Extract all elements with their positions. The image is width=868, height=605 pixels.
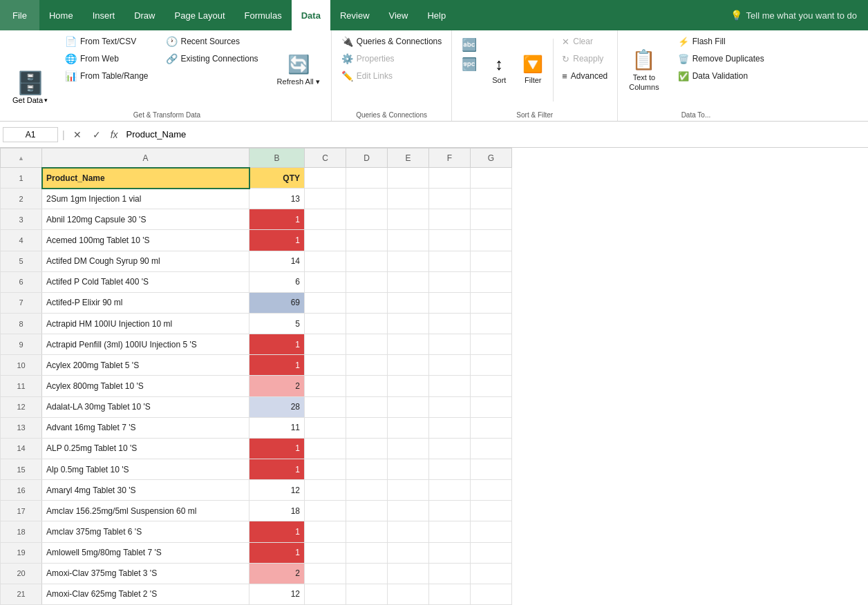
column-header-b[interactable]: B — [249, 148, 305, 168]
remove-duplicates-button[interactable]: 🗑️ Remove Duplicates — [674, 50, 768, 67]
menu-view[interactable]: View — [379, 0, 418, 30]
cell-b[interactable]: 13 — [249, 189, 305, 209]
cell-c[interactable] — [305, 438, 346, 459]
cell-a[interactable]: 2Sum 1gm Injection 1 vial — [42, 189, 249, 209]
cell-d[interactable] — [346, 396, 388, 417]
cell-c[interactable] — [305, 376, 346, 396]
cell-c[interactable] — [305, 501, 346, 521]
cell-e[interactable] — [388, 355, 429, 376]
cell-d[interactable] — [346, 271, 388, 292]
cell-reference-box[interactable] — [3, 127, 58, 142]
cell-c[interactable] — [305, 230, 346, 251]
cell-g[interactable] — [471, 355, 512, 376]
cell-c[interactable] — [305, 355, 346, 376]
cell-d[interactable] — [346, 563, 388, 584]
table-row[interactable]: 18Amclav 375mg Tablet 6 'S1 — [1, 521, 512, 542]
cell-a[interactable]: Amaryl 4mg Tablet 30 'S — [42, 480, 249, 501]
cell-f[interactable] — [429, 168, 471, 189]
cell-c[interactable] — [305, 563, 346, 584]
cell-g[interactable] — [471, 313, 512, 334]
cell-e[interactable] — [388, 417, 429, 438]
cell-c[interactable] — [305, 480, 346, 501]
menu-help[interactable]: Help — [417, 0, 455, 30]
cell-f[interactable] — [429, 189, 471, 209]
cell-b[interactable]: 28 — [249, 396, 305, 417]
cell-b[interactable]: 12 — [249, 480, 305, 501]
column-header-c[interactable]: C — [305, 148, 346, 168]
column-header-f[interactable]: F — [429, 148, 471, 168]
cell-c[interactable] — [305, 521, 346, 542]
cell-e[interactable] — [388, 501, 429, 521]
table-row[interactable]: 4Acemed 100mg Tablet 10 'S1 — [1, 230, 512, 251]
cell-d[interactable] — [346, 542, 388, 563]
cell-d[interactable] — [346, 209, 388, 230]
cell-a[interactable]: Actifed P Cold Tablet 400 'S — [42, 271, 249, 292]
cell-d[interactable] — [346, 230, 388, 251]
table-row[interactable]: 5Actifed DM Cough Syrup 90 ml14 — [1, 251, 512, 271]
flash-fill-button[interactable]: ⚡ Flash Fill — [674, 33, 768, 50]
cell-g[interactable] — [471, 459, 512, 479]
cell-e[interactable] — [388, 584, 429, 604]
cell-c[interactable] — [305, 584, 346, 604]
cell-a[interactable]: Abnil 120mg Capsule 30 'S — [42, 209, 249, 230]
cell-a[interactable]: Adalat-LA 30mg Tablet 10 'S — [42, 396, 249, 417]
menu-draw[interactable]: Draw — [124, 0, 164, 30]
sort-za-button[interactable]: 🔤 — [457, 55, 481, 73]
cell-g[interactable] — [471, 563, 512, 584]
cell-f[interactable] — [429, 438, 471, 459]
cell-g[interactable] — [471, 334, 512, 355]
cell-d[interactable] — [346, 438, 388, 459]
cell-g[interactable] — [471, 501, 512, 521]
table-row[interactable]: 12Adalat-LA 30mg Tablet 10 'S28 — [1, 396, 512, 417]
cell-d[interactable] — [346, 501, 388, 521]
cell-f[interactable] — [429, 563, 471, 584]
cell-g[interactable] — [471, 168, 512, 189]
table-row[interactable]: 10Acylex 200mg Tablet 5 'S1 — [1, 355, 512, 376]
table-row[interactable]: 1Product_NameQTY — [1, 168, 512, 189]
cell-b[interactable]: 6 — [249, 271, 305, 292]
cell-g[interactable] — [471, 189, 512, 209]
cell-g[interactable] — [471, 480, 512, 501]
cell-b[interactable]: 11 — [249, 417, 305, 438]
sort-az-button[interactable]: 🔤 — [457, 36, 481, 54]
filter-button[interactable]: 🔽 Filter — [517, 33, 549, 107]
cell-f[interactable] — [429, 334, 471, 355]
cell-c[interactable] — [305, 313, 346, 334]
cell-g[interactable] — [471, 271, 512, 292]
cell-c[interactable] — [305, 459, 346, 479]
cell-g[interactable] — [471, 438, 512, 459]
cell-f[interactable] — [429, 521, 471, 542]
cell-e[interactable] — [388, 480, 429, 501]
cell-f[interactable] — [429, 251, 471, 271]
table-row[interactable]: 19Amlowell 5mg/80mg Tablet 7 'S1 — [1, 542, 512, 563]
menu-page-layout[interactable]: Page Layout — [165, 0, 235, 30]
table-row[interactable]: 6Actifed P Cold Tablet 400 'S6 — [1, 271, 512, 292]
cell-c[interactable] — [305, 189, 346, 209]
column-header-d[interactable]: D — [346, 148, 388, 168]
confirm-formula-button[interactable]: ✓ — [88, 127, 105, 142]
cell-a[interactable]: Actifed-P Elixir 90 ml — [42, 292, 249, 313]
cell-f[interactable] — [429, 542, 471, 563]
cell-e[interactable] — [388, 230, 429, 251]
from-web-button[interactable]: 🌐 From Web — [61, 50, 153, 67]
formula-input[interactable] — [124, 129, 865, 140]
queries-connections-button[interactable]: 🔌 Queries & Connections — [337, 33, 446, 50]
menu-insert[interactable]: Insert — [83, 0, 125, 30]
cell-d[interactable] — [346, 168, 388, 189]
cell-e[interactable] — [388, 334, 429, 355]
cell-b[interactable]: 1 — [249, 521, 305, 542]
cell-g[interactable] — [471, 209, 512, 230]
cell-a[interactable]: Product_Name — [42, 168, 249, 189]
cell-d[interactable] — [346, 376, 388, 396]
cell-c[interactable] — [305, 209, 346, 230]
from-text-csv-button[interactable]: 📄 From Text/CSV — [61, 33, 153, 50]
cell-e[interactable] — [388, 396, 429, 417]
column-header-g[interactable]: G — [471, 148, 512, 168]
cell-b[interactable]: 1 — [249, 334, 305, 355]
cell-a[interactable]: Amoxi-Clav 625mg Tablet 2 'S — [42, 584, 249, 604]
cell-f[interactable] — [429, 376, 471, 396]
cell-d[interactable] — [346, 521, 388, 542]
table-row[interactable]: 13Advant 16mg Tablet 7 'S11 — [1, 417, 512, 438]
cell-a[interactable]: Acemed 100mg Tablet 10 'S — [42, 230, 249, 251]
cell-g[interactable] — [471, 584, 512, 604]
